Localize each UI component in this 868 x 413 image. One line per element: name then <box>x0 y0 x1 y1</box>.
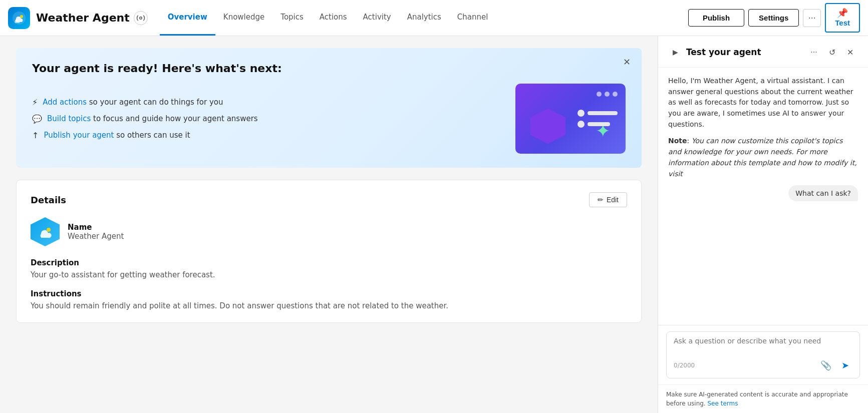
topics-icon: 💬 <box>32 114 42 124</box>
nav-channel[interactable]: Channel <box>449 0 496 36</box>
instructions-label: Instructions <box>31 289 627 298</box>
see-terms-link[interactable]: See terms <box>707 400 738 407</box>
banner-title: Your agent is ready! Here's what's next: <box>32 62 626 75</box>
banner-item-actions: ⚡ Add actions so your agent can do thing… <box>32 98 503 107</box>
publish-button[interactable]: Publish <box>688 9 744 27</box>
banner-items: ⚡ Add actions so your agent can do thing… <box>32 98 503 140</box>
svg-point-3 <box>47 228 51 232</box>
agent-name-group: Name Weather Agent <box>68 223 124 241</box>
chat-input-area: 0/2000 📎 ➤ <box>658 325 868 384</box>
send-button[interactable]: ➤ <box>837 358 852 373</box>
pin-icon: 📌 <box>837 8 848 19</box>
panel-refresh-button[interactable]: ↺ <box>824 44 840 60</box>
name-label: Name <box>68 223 124 232</box>
nav-activity[interactable]: Activity <box>355 0 399 36</box>
actions-icon: ⚡ <box>32 98 38 107</box>
agent-avatar <box>31 217 60 246</box>
user-message-1: What can I ask? <box>788 185 858 201</box>
settings-button[interactable]: Settings <box>748 9 799 27</box>
header-action-group: Publish Settings ··· 📌 Test <box>688 3 860 33</box>
banner-illustration: ✦ <box>515 84 626 154</box>
panel-more-button[interactable]: ··· <box>806 44 822 60</box>
description-value: Your go-to assistant for getting weather… <box>31 270 627 279</box>
details-header: Details ✏ Edit <box>31 192 627 207</box>
svg-point-2 <box>139 17 142 19</box>
banner-item-actions-text: so your agent can do things for you <box>87 98 223 107</box>
agent-info: Name Weather Agent <box>31 217 627 246</box>
content-area: ✕ Your agent is ready! Here's what's nex… <box>0 36 658 413</box>
banner-content: ⚡ Add actions so your agent can do thing… <box>32 84 626 154</box>
banner-item-topics-text: to focus and guide how your agent answer… <box>91 114 257 123</box>
banner-item-publish: ↑ Publish your agent so others can use i… <box>32 131 503 140</box>
hex-decoration <box>530 109 565 144</box>
chat-input-box: 0/2000 📎 ➤ <box>666 331 860 378</box>
app-logo <box>8 7 30 29</box>
banner-close-button[interactable]: ✕ <box>620 55 634 69</box>
panel-header-actions: ··· ↺ ✕ <box>806 44 858 60</box>
build-topics-link[interactable]: Build topics <box>47 114 91 123</box>
app-header: Weather Agent Overview Knowledge Topics … <box>0 0 868 36</box>
agent-settings-icon[interactable] <box>134 11 148 25</box>
chat-input-footer: 0/2000 📎 ➤ <box>674 358 852 373</box>
details-title: Details <box>31 195 66 205</box>
banner-item-publish-text: so others can use it <box>114 131 190 140</box>
bot-message-1: Hello, I'm Weather Agent, a virtual assi… <box>668 76 858 130</box>
panel-close-button[interactable]: ✕ <box>842 44 858 60</box>
agent-name: Weather Agent <box>36 12 130 24</box>
panel-footer: Make sure AI-generated content is accura… <box>658 384 868 413</box>
nav-overview[interactable]: Overview <box>160 0 215 36</box>
getting-started-banner: ✕ Your agent is ready! Here's what's nex… <box>16 48 642 168</box>
bot-message-2: Note: You can now customize this copilot… <box>668 136 858 179</box>
main-layout: ✕ Your agent is ready! Here's what's nex… <box>0 36 868 413</box>
nav-actions[interactable]: Actions <box>312 0 355 36</box>
nav-topics[interactable]: Topics <box>272 0 312 36</box>
test-panel: ▶ Test your agent ··· ↺ ✕ Hello, I'm Wea… <box>658 36 868 413</box>
add-actions-link[interactable]: Add actions <box>43 98 87 107</box>
char-count: 0/2000 <box>674 362 695 369</box>
publish-agent-link[interactable]: Publish your agent <box>44 131 114 140</box>
panel-expand-button[interactable]: ▶ <box>668 45 682 59</box>
chat-input[interactable] <box>674 337 852 355</box>
edit-icon: ✏ <box>598 196 604 204</box>
panel-header: ▶ Test your agent ··· ↺ ✕ <box>658 36 868 68</box>
illustration-dots <box>597 92 618 97</box>
more-options-button[interactable]: ··· <box>803 9 821 27</box>
test-button[interactable]: 📌 Test <box>825 3 860 33</box>
nav-analytics[interactable]: Analytics <box>399 0 449 36</box>
publish-icon: ↑ <box>32 131 39 140</box>
lines-decoration <box>577 110 618 128</box>
svg-point-1 <box>20 15 23 18</box>
banner-item-topics: 💬 Build topics to focus and guide how yo… <box>32 114 503 124</box>
footer-text: Make sure AI-generated content is accura… <box>666 391 848 407</box>
attach-button[interactable]: 📎 <box>818 358 833 373</box>
description-label: Description <box>31 258 627 267</box>
panel-title: Test your agent <box>686 47 802 57</box>
instructions-value: You should remain friendly and polite at… <box>31 301 627 310</box>
chat-messages: Hello, I'm Weather Agent, a virtual assi… <box>658 68 868 325</box>
edit-button[interactable]: ✏ Edit <box>589 192 627 207</box>
details-card: Details ✏ Edit Name Weather Agent <box>16 180 642 323</box>
edit-label: Edit <box>607 196 619 204</box>
chat-actions: 📎 ➤ <box>818 358 852 373</box>
nav-knowledge[interactable]: Knowledge <box>215 0 272 36</box>
main-nav: Overview Knowledge Topics Actions Activi… <box>160 0 688 36</box>
name-value: Weather Agent <box>68 232 124 241</box>
